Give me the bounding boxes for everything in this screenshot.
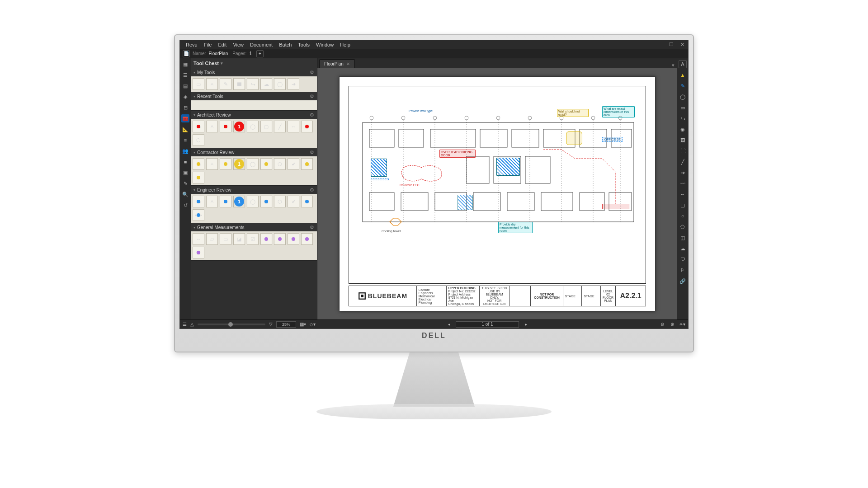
- annotation-area-hatch[interactable]: [496, 158, 520, 176]
- section-header-contractor[interactable]: ▾ Contractor Review ⚙: [191, 148, 317, 156]
- tool-eng-text[interactable]: A: [206, 196, 218, 207]
- ellipse-tool-icon[interactable]: ◯: [679, 93, 687, 101]
- tool-arch-text[interactable]: A: [206, 121, 218, 132]
- tool-eng-callout[interactable]: ⮑: [301, 196, 313, 207]
- tool-rectangle[interactable]: ▭: [193, 78, 204, 90]
- annotation-area-hatch[interactable]: [371, 159, 387, 177]
- tool-con-badge[interactable]: 1: [233, 158, 245, 170]
- rectangle2-tool-icon[interactable]: ▢: [679, 201, 687, 209]
- tool-arch-rect[interactable]: ▭: [193, 121, 204, 132]
- tab-close-icon[interactable]: ✕: [346, 61, 350, 66]
- page-indicator[interactable]: 1 of 1: [456, 321, 519, 328]
- stamps-icon[interactable]: ■: [181, 158, 189, 166]
- tool-eng-ellipse[interactable]: ◯: [247, 196, 259, 207]
- lasso-tool-icon[interactable]: ◫: [679, 234, 687, 242]
- rectangle-tool-icon[interactable]: ▭: [679, 103, 687, 112]
- layers-icon[interactable]: ◈: [181, 93, 189, 101]
- zoom-out-icon[interactable]: △: [190, 322, 194, 327]
- tool-con-poly[interactable]: ⬠: [260, 158, 272, 170]
- tool-highlight[interactable]: ⯀: [233, 78, 245, 90]
- tool-arch-dim[interactable]: ↔: [288, 121, 299, 132]
- annotation-label[interactable]: Cooling tower: [381, 229, 402, 233]
- tool-chest-icon[interactable]: 🧰: [181, 114, 189, 122]
- tool-meas-poly3[interactable]: ⬠: [193, 247, 204, 258]
- bookmarks-icon[interactable]: ☰: [181, 71, 189, 79]
- flag-tool-icon[interactable]: ⚐: [679, 266, 687, 274]
- tool-arch-cloud[interactable]: ▢: [260, 121, 272, 132]
- tool-con-pen[interactable]: ✎: [220, 158, 231, 170]
- file-access-icon[interactable]: 📄: [183, 50, 190, 57]
- tool-arch-poly[interactable]: ⬠: [301, 121, 313, 132]
- gear-icon[interactable]: ⚙: [310, 70, 314, 75]
- close-button[interactable]: ✕: [679, 42, 685, 47]
- tool-con-cloud[interactable]: ☁: [301, 158, 313, 170]
- tool-meas-check[interactable]: ✔: [274, 233, 286, 245]
- tool-meas-perim[interactable]: ▭: [220, 233, 231, 245]
- tab-dropdown-icon[interactable]: ▾: [672, 62, 675, 68]
- tool-meas-volume[interactable]: ◪: [233, 233, 245, 245]
- zoom-slider[interactable]: [198, 324, 265, 325]
- menu-batch[interactable]: Batch: [276, 42, 295, 47]
- rotate-icon[interactable]: ◇▾: [310, 322, 316, 327]
- markups-icon[interactable]: ≡: [181, 136, 189, 144]
- annotation-yellow-cloud[interactable]: [566, 131, 582, 145]
- tool-con-text[interactable]: A: [206, 158, 218, 170]
- menu-file[interactable]: File: [201, 42, 215, 47]
- brightness-icon[interactable]: ☀▾: [679, 322, 685, 327]
- pen-tool-icon[interactable]: ✎: [679, 82, 687, 90]
- gear-icon[interactable]: ⚙: [310, 112, 314, 118]
- menu-document[interactable]: Document: [247, 42, 276, 47]
- tool-arch-ellipse[interactable]: ◯: [247, 121, 259, 132]
- menu-view[interactable]: View: [230, 42, 247, 47]
- callout-tool-icon[interactable]: ⮑: [679, 114, 687, 122]
- links-icon[interactable]: ↺: [181, 201, 189, 209]
- section-header-architect[interactable]: ▾ Architect Review ⚙: [191, 111, 317, 119]
- menu-help[interactable]: Help: [337, 42, 354, 47]
- gear-icon[interactable]: ⚙: [310, 187, 314, 193]
- tool-meas-length[interactable]: ↔: [193, 233, 204, 245]
- note-tool-icon[interactable]: 🗨: [679, 255, 687, 263]
- zoom-thumb[interactable]: [228, 322, 233, 327]
- tool-arch-line[interactable]: ╱: [274, 121, 286, 132]
- annotation-room-tag[interactable]: [371, 178, 389, 180]
- tool-meas-poly2[interactable]: ⬠: [301, 233, 313, 245]
- studio-icon[interactable]: 👥: [181, 147, 189, 155]
- section-header-recent[interactable]: ▾ Recent Tools ⚙: [191, 92, 317, 100]
- tool-con-ellipse[interactable]: ◯: [247, 158, 259, 170]
- tool-eng-pen[interactable]: ✎: [220, 196, 231, 207]
- section-header-my-tools[interactable]: ▾ My Tools ⚙: [191, 68, 317, 76]
- tool-meas-area[interactable]: ▱: [206, 233, 218, 245]
- sets-icon[interactable]: ⊟: [181, 103, 189, 112]
- tool-eng-hex[interactable]: ⬡: [274, 196, 286, 207]
- tool-cloud[interactable]: ☁: [260, 78, 272, 90]
- menu-edit[interactable]: Edit: [215, 42, 230, 47]
- image-tool-icon[interactable]: 🖼: [679, 136, 687, 144]
- arrow-tool-icon[interactable]: ➔: [679, 169, 687, 177]
- annotation-red-bar[interactable]: OVERHEAD COILING DOOR: [439, 150, 476, 158]
- section-header-measurements[interactable]: ▾ General Measurements ⚙: [191, 223, 317, 231]
- prev-page-button[interactable]: ◂: [446, 322, 452, 327]
- pdf-page[interactable]: Provide wall type Wall should not exist?…: [339, 76, 656, 311]
- gear-icon[interactable]: ⚙: [310, 150, 314, 155]
- tool-arch-hex[interactable]: ⬡: [193, 134, 204, 146]
- annotation-cyan-callout[interactable]: Provide dry measurement for this room: [498, 222, 533, 233]
- signatures-icon[interactable]: ✎: [181, 179, 189, 188]
- list-view-icon[interactable]: ☰: [183, 322, 187, 327]
- polyline-tool-icon[interactable]: 〰: [679, 179, 687, 188]
- annotation-red-block[interactable]: [602, 204, 629, 209]
- gear-icon[interactable]: ⚙: [310, 225, 314, 230]
- line-tool-icon[interactable]: ╱: [679, 158, 687, 166]
- next-page-button[interactable]: ▸: [523, 322, 529, 327]
- zoom-in-icon[interactable]: ▽: [269, 322, 273, 327]
- tool-chest-header[interactable]: Tool Chest ▾: [191, 58, 317, 68]
- search-icon[interactable]: 🔍: [181, 190, 189, 198]
- tool-arrow[interactable]: ➔: [288, 78, 299, 90]
- fit-page-icon[interactable]: ▦▾: [300, 322, 306, 327]
- tool-eng-poly[interactable]: ⬠: [260, 196, 272, 207]
- highlight-tool-icon[interactable]: ▲: [679, 71, 687, 79]
- new-page-icon[interactable]: +: [256, 50, 264, 57]
- history-back-button[interactable]: ⊖: [659, 322, 665, 327]
- measure-icon[interactable]: 📐: [181, 125, 189, 133]
- tool-meas-poly[interactable]: ⬠: [288, 233, 299, 245]
- tool-ellipse[interactable]: ◯: [274, 78, 286, 90]
